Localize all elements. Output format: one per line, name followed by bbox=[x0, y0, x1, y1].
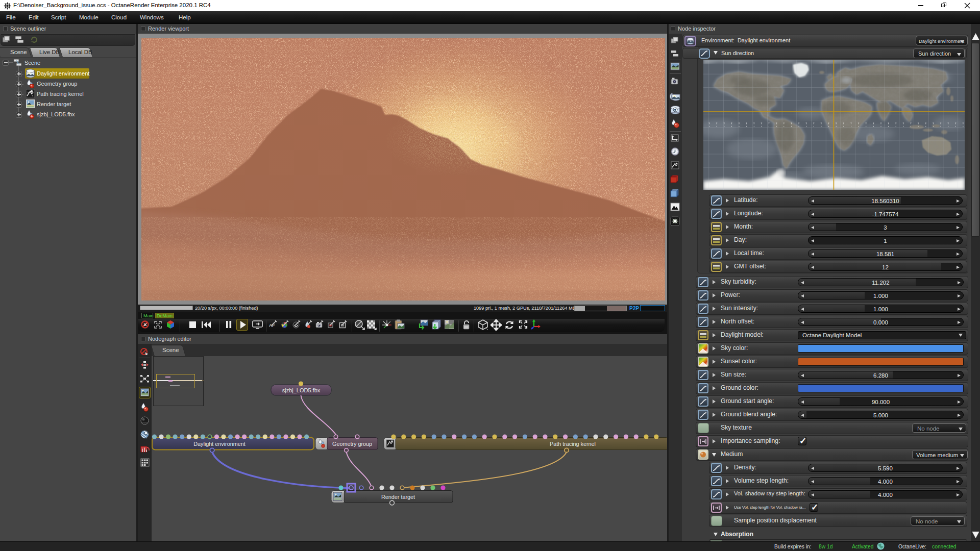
svg-text:Path tracing kernel: Path tracing kernel bbox=[550, 441, 596, 447]
svg-text:Render target: Render target bbox=[381, 494, 415, 500]
svg-text:Daylight environment: Daylight environment bbox=[193, 441, 245, 447]
svg-text:Geometry group: Geometry group bbox=[332, 441, 372, 447]
svg-text:sjzbj_LOD5.fbx: sjzbj_LOD5.fbx bbox=[282, 387, 321, 393]
